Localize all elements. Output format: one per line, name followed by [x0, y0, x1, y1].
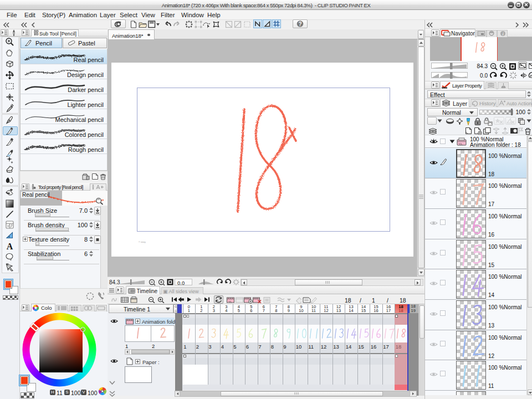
svg-text:A: A: [7, 242, 13, 251]
svg-text:?: ?: [298, 21, 301, 27]
